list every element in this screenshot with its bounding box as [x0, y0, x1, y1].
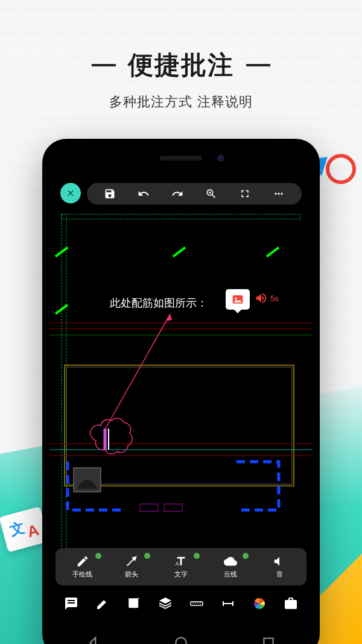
svg-point-26	[235, 298, 237, 299]
page-title: 便捷批注	[128, 48, 234, 82]
svg-point-3	[281, 193, 282, 194]
svg-rect-4	[62, 214, 300, 219]
measure-icon[interactable]	[221, 596, 235, 611]
svg-marker-22	[166, 314, 172, 321]
text-annotation[interactable]: 此处配筋如图所示：	[110, 296, 208, 310]
comment-icon[interactable]	[64, 596, 78, 611]
svg-rect-5	[62, 214, 66, 576]
top-toolbar	[87, 183, 302, 205]
phone-frame: 此处配筋如图所示： 5s 手绘线 箭头 A 文字	[42, 139, 320, 644]
svg-rect-20	[164, 504, 182, 511]
undo-icon[interactable]	[138, 188, 150, 200]
svg-rect-28	[191, 602, 203, 605]
layers-icon[interactable]	[158, 596, 173, 611]
tool-cloud[interactable]: 云线	[207, 555, 254, 579]
color-wheel-icon[interactable]	[252, 596, 267, 611]
recent-icon[interactable]	[261, 635, 276, 644]
svg-point-2	[278, 193, 279, 194]
system-nav	[49, 628, 313, 644]
tool-arrow[interactable]: 箭头	[109, 555, 156, 579]
speaker-icon	[255, 292, 268, 305]
close-button[interactable]	[60, 183, 81, 203]
tool-audio[interactable]: 音	[256, 555, 303, 579]
save-icon[interactable]	[104, 188, 116, 200]
zoom-icon[interactable]	[205, 188, 217, 200]
audio-annotation[interactable]: 5s	[255, 292, 279, 305]
tool-freehand[interactable]: 手绘线	[59, 555, 106, 579]
bottom-toolbar	[56, 590, 306, 617]
page-subtitle: 多种批注方式 注释说明	[0, 93, 362, 111]
svg-line-9	[173, 247, 185, 257]
svg-line-7	[56, 305, 68, 314]
arrow-icon	[125, 555, 138, 568]
annotation-toolbar: 手绘线 箭头 A 文字 云线 音	[56, 548, 306, 585]
close-icon	[66, 188, 75, 198]
more-icon[interactable]	[273, 188, 285, 200]
cloud-icon	[224, 555, 237, 568]
note-icon[interactable]	[127, 596, 141, 611]
svg-line-21	[104, 314, 170, 432]
fullscreen-icon[interactable]	[239, 188, 251, 200]
svg-point-0	[209, 191, 211, 193]
back-icon[interactable]	[86, 635, 101, 644]
text-icon: A	[174, 555, 188, 568]
home-icon[interactable]	[173, 635, 189, 644]
svg-point-37	[176, 637, 186, 644]
svg-rect-38	[264, 638, 273, 644]
app-screen: 此处配筋如图所示： 5s 手绘线 箭头 A 文字	[49, 172, 313, 622]
audio-icon	[273, 555, 286, 568]
page-header: 便捷批注 多种批注方式 注释说明	[0, 0, 362, 111]
image-annotation[interactable]	[226, 289, 250, 310]
ruler-icon[interactable]	[189, 596, 204, 611]
edit-icon[interactable]	[95, 596, 110, 611]
redo-icon[interactable]	[171, 188, 183, 200]
deco-circle	[326, 154, 356, 184]
svg-point-1	[275, 193, 276, 194]
svg-text:A: A	[176, 561, 180, 567]
image-icon	[230, 293, 245, 305]
svg-line-6	[56, 247, 68, 257]
pencil-icon	[76, 555, 89, 568]
toolbox-icon[interactable]	[284, 596, 298, 611]
tool-text[interactable]: A 文字	[157, 555, 205, 579]
audio-duration: 5s	[270, 294, 279, 303]
svg-rect-19	[140, 504, 158, 511]
svg-line-8	[267, 247, 279, 257]
